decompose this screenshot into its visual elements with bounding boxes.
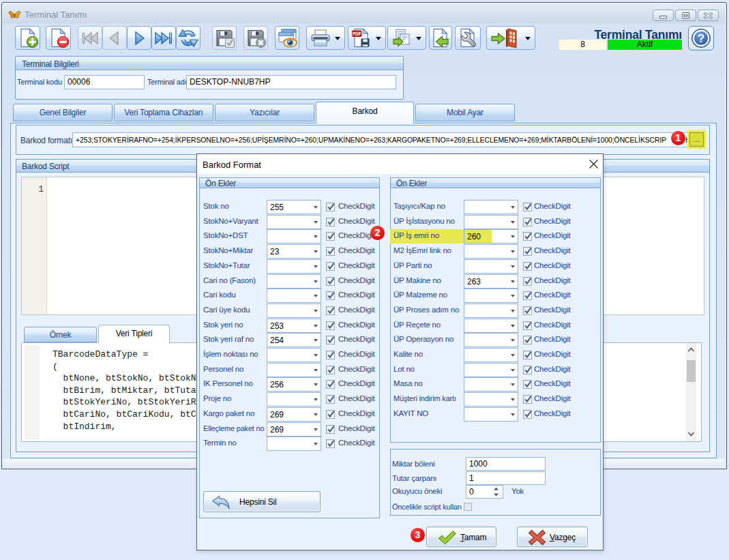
svg-text:?: ?	[698, 32, 704, 45]
svg-text:PDF: PDF	[353, 31, 361, 35]
